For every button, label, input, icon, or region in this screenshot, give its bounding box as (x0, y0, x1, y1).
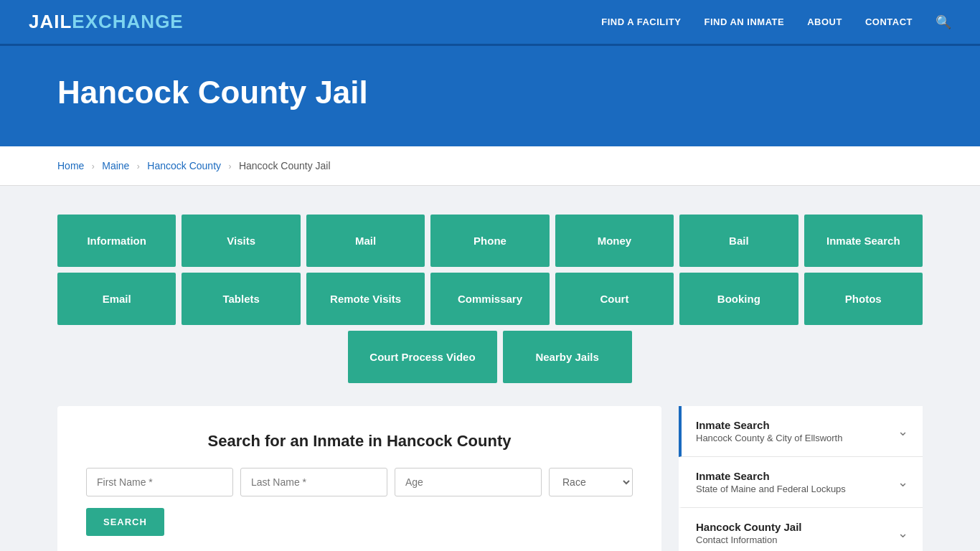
btn-court[interactable]: Court (555, 273, 674, 325)
btn-photos[interactable]: Photos (804, 273, 923, 325)
breadcrumb-sep-1: › (92, 161, 95, 171)
btn-mail[interactable]: Mail (306, 215, 425, 267)
chevron-down-icon-2: ⌄ (897, 474, 908, 490)
nav-about[interactable]: ABOUT (807, 17, 842, 27)
grid-row-1: Information Visits Mail Phone Money Bail… (57, 215, 923, 267)
first-name-input[interactable] (86, 468, 233, 496)
search-title: Search for an Inmate in Hancock County (86, 432, 633, 451)
logo[interactable]: JAILEXCHANGE (29, 11, 184, 33)
breadcrumb-sep-3: › (228, 161, 231, 171)
nav-find-facility[interactable]: FIND A FACILITY (601, 17, 681, 27)
hero-section: Hancock County Jail (0, 46, 980, 146)
sidebar-item-2-subtitle: State of Maine and Federal Lockups (696, 484, 846, 494)
btn-bail[interactable]: Bail (679, 215, 798, 267)
btn-remote-visits[interactable]: Remote Visits (306, 273, 425, 325)
grid-row-3: Court Process Video Nearby Jails (57, 331, 923, 383)
breadcrumb-home[interactable]: Home (57, 160, 84, 171)
inmate-search-box: Search for an Inmate in Hancock County R… (57, 406, 661, 551)
sidebar-item-2[interactable]: Inmate Search State of Maine and Federal… (679, 457, 923, 508)
nav-links: FIND A FACILITY FIND AN INMATE ABOUT CON… (601, 14, 951, 30)
sidebar-item-1[interactable]: Inmate Search Hancock County & City of E… (679, 406, 923, 457)
logo-jail: JAIL (29, 11, 72, 33)
chevron-down-icon-1: ⌄ (897, 423, 908, 439)
btn-information[interactable]: Information (57, 215, 176, 267)
btn-court-process-video[interactable]: Court Process Video (348, 331, 496, 383)
sidebar-item-2-title: Inmate Search (696, 470, 846, 482)
main-content: Information Visits Mail Phone Money Bail… (0, 186, 980, 551)
grid-row-2: Email Tablets Remote Visits Commissary C… (57, 273, 923, 325)
breadcrumb-sep-2: › (137, 161, 140, 171)
navbar: JAILEXCHANGE FIND A FACILITY FIND AN INM… (0, 0, 980, 46)
btn-tablets[interactable]: Tablets (182, 273, 300, 325)
page-title: Hancock County Jail (57, 75, 923, 110)
btn-commissary[interactable]: Commissary (430, 273, 549, 325)
btn-visits[interactable]: Visits (182, 215, 300, 267)
sidebar-item-3[interactable]: Hancock County Jail Contact Information … (679, 508, 923, 551)
btn-phone[interactable]: Phone (430, 215, 549, 267)
breadcrumb-current: Hancock County Jail (239, 160, 331, 171)
logo-exchange: EXCHANGE (72, 11, 183, 33)
chevron-down-icon-3: ⌄ (897, 525, 908, 541)
btn-inmate-search[interactable]: Inmate Search (804, 215, 923, 267)
nav-contact[interactable]: CONTACT (865, 17, 913, 27)
nav-find-inmate[interactable]: FIND AN INMATE (704, 17, 784, 27)
btn-nearby-jails[interactable]: Nearby Jails (503, 331, 632, 383)
sidebar: Inmate Search Hancock County & City of E… (679, 406, 923, 551)
sidebar-item-1-subtitle: Hancock County & City of Ellsworth (696, 433, 842, 443)
search-button[interactable]: SEARCH (86, 508, 164, 536)
breadcrumb-hancock-county[interactable]: Hancock County (147, 160, 221, 171)
last-name-input[interactable] (240, 468, 387, 496)
btn-money[interactable]: Money (555, 215, 674, 267)
breadcrumb-maine[interactable]: Maine (102, 160, 129, 171)
sidebar-item-3-subtitle: Contact Information (696, 534, 802, 545)
age-input[interactable] (395, 468, 542, 496)
search-icon[interactable]: 🔍 (936, 14, 951, 30)
search-fields: Race White Black Hispanic Asian Other (86, 468, 633, 496)
sidebar-item-3-title: Hancock County Jail (696, 521, 802, 533)
btn-booking[interactable]: Booking (679, 273, 798, 325)
breadcrumb: Home › Maine › Hancock County › Hancock … (0, 146, 980, 186)
race-select[interactable]: Race White Black Hispanic Asian Other (549, 468, 633, 496)
sidebar-item-1-title: Inmate Search (696, 419, 842, 431)
bottom-section: Search for an Inmate in Hancock County R… (57, 406, 923, 551)
btn-email[interactable]: Email (57, 273, 176, 325)
